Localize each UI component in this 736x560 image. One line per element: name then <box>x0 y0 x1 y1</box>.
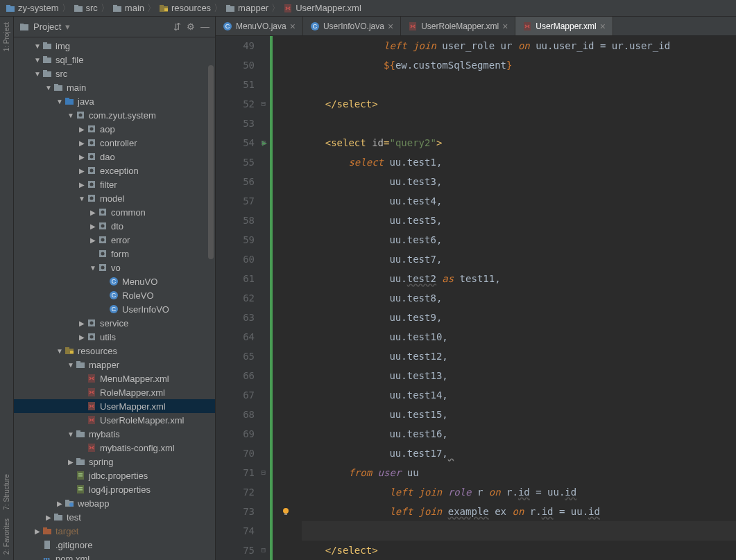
breadcrumb-item[interactable]: mapper <box>225 3 268 13</box>
tree-row[interactable]: ▶error <box>14 233 215 247</box>
tree-row[interactable]: MenuMapper.xml <box>14 371 215 385</box>
tree-row[interactable]: jdbc.properties <box>14 469 215 482</box>
line-number[interactable]: 65 <box>216 347 255 366</box>
tree-row[interactable]: ▼model <box>14 191 215 205</box>
tree-row[interactable]: ▼sql_file <box>14 53 215 67</box>
chevron-right-icon[interactable]: ▶ <box>78 125 86 133</box>
tool-button-favorites[interactable]: 2: Favorites <box>3 518 10 554</box>
chevron-down-icon[interactable]: ▼ <box>67 430 75 438</box>
tree-row[interactable]: ▼img <box>14 39 215 53</box>
fold-icon[interactable]: ⊟ <box>261 541 266 560</box>
chevron-right-icon[interactable]: ▶ <box>78 320 86 327</box>
tree-row[interactable]: ▼resources <box>14 344 215 358</box>
tree-row[interactable]: ▶common <box>14 205 215 219</box>
tree-row[interactable]: UserMapper.xml <box>14 399 215 413</box>
chevron-down-icon[interactable]: ▼ <box>44 84 53 91</box>
chevron-down-icon[interactable]: ▼ <box>89 264 97 272</box>
code-line[interactable]: uu.test4, <box>302 191 736 211</box>
code-line[interactable]: uu.test8, <box>302 288 736 308</box>
close-icon[interactable]: × <box>290 21 296 32</box>
tree-row[interactable]: CUserInfoVO <box>14 302 215 316</box>
line-number[interactable]: 57 <box>216 191 255 211</box>
line-number[interactable]: 56 <box>216 172 255 191</box>
code-line[interactable]: <select id="query2"> <box>302 133 736 152</box>
line-number[interactable]: 69 <box>216 424 255 444</box>
tree-row[interactable]: CMenuVO <box>14 274 215 288</box>
code-line[interactable]: select uu.test1, <box>302 152 736 172</box>
line-number[interactable]: 66 <box>216 366 255 385</box>
close-icon[interactable]: × <box>502 21 508 32</box>
chevron-right-icon[interactable]: ▶ <box>78 139 86 147</box>
code-line[interactable]: uu.test10, <box>302 327 736 347</box>
code-line[interactable]: </select> <box>302 94 736 114</box>
tree-row[interactable]: log4j.properties <box>14 482 215 496</box>
fold-icon[interactable]: ⊟ <box>261 133 266 152</box>
line-number[interactable]: 72 <box>216 482 255 502</box>
line-number[interactable]: 71⊟ <box>216 463 255 482</box>
scrollbar-thumb[interactable] <box>208 65 214 259</box>
breadcrumb-item[interactable]: src <box>74 3 98 13</box>
code-line[interactable]: left join example ex on r.id = uu.id <box>302 502 736 521</box>
line-number[interactable]: 61 <box>216 269 255 288</box>
tree-row[interactable]: ▶dao <box>14 150 215 164</box>
gear-icon[interactable]: ⚙ <box>187 21 195 32</box>
code-line[interactable] <box>302 114 736 133</box>
tree-row[interactable]: ▶exception <box>14 164 215 177</box>
fold-icon[interactable]: ⊟ <box>261 94 266 114</box>
line-number[interactable]: 64 <box>216 327 255 347</box>
chevron-right-icon[interactable]: ▶ <box>89 222 97 230</box>
hide-panel-icon[interactable]: — <box>200 21 209 32</box>
code-line[interactable]: uu.test16, <box>302 424 736 444</box>
line-number[interactable]: 49 <box>216 36 255 55</box>
line-number[interactable]: 68 <box>216 405 255 424</box>
gutter[interactable]: 49505152⊟5354▶⊟5556575859606162636465666… <box>216 36 270 560</box>
tree-row[interactable]: ▶filter <box>14 177 215 191</box>
code-area[interactable]: left join user_role ur on uu.user_id = u… <box>273 36 736 560</box>
line-number[interactable]: 50 <box>216 55 255 75</box>
chevron-right-icon[interactable]: ▶ <box>67 458 75 466</box>
line-number[interactable]: 53 <box>216 114 255 133</box>
code-line[interactable]: uu.test6, <box>302 230 736 250</box>
chevron-right-icon[interactable]: ▶ <box>78 333 86 341</box>
chevron-right-icon[interactable]: ▼ <box>33 56 42 64</box>
chevron-right-icon[interactable]: ▶ <box>55 500 64 507</box>
scrollbar-vertical[interactable] <box>207 37 215 560</box>
tree-row[interactable]: UserRoleMapper.xml <box>14 413 215 427</box>
tree-row[interactable]: ▶service <box>14 316 215 330</box>
code-line[interactable] <box>302 75 736 94</box>
chevron-down-icon[interactable]: ▼ <box>33 70 42 78</box>
project-tree[interactable]: ▼img▼sql_file▼src▼main▼java▼com.zyut.sys… <box>14 37 215 560</box>
tree-row[interactable]: ▼java <box>14 94 215 108</box>
breadcrumb-item[interactable]: UserMapper.xml <box>283 3 361 13</box>
chevron-down-icon[interactable]: ▼ <box>78 195 86 202</box>
breadcrumb-item[interactable]: main <box>112 3 144 13</box>
breadcrumb-item[interactable]: zy-system <box>6 3 59 13</box>
chevron-right-icon[interactable]: ▶ <box>89 236 97 244</box>
chevron-right-icon[interactable]: ▶ <box>44 514 53 521</box>
chevron-down-icon[interactable]: ▼ <box>67 112 75 119</box>
chevron-down-icon[interactable]: ▼ <box>55 347 64 355</box>
code-line[interactable]: uu.test13, <box>302 366 736 385</box>
code-line[interactable]: uu.test2 as test11, <box>302 269 736 288</box>
tree-row[interactable]: ▼src <box>14 67 215 80</box>
tree-row[interactable]: ▶target <box>14 524 215 538</box>
line-number[interactable]: 55 <box>216 152 255 172</box>
tree-row[interactable]: ▶dto <box>14 219 215 233</box>
line-number[interactable]: 74 <box>216 521 255 541</box>
chevron-right-icon[interactable]: ▶ <box>78 167 86 175</box>
tree-row[interactable]: ▶webapp <box>14 496 215 510</box>
close-icon[interactable]: × <box>388 21 393 32</box>
close-icon[interactable]: × <box>600 21 606 32</box>
tree-row[interactable]: ▶spring <box>14 455 215 469</box>
editor-tab[interactable]: CUserInfoVO.java× <box>303 17 401 35</box>
line-number[interactable]: 67 <box>216 385 255 405</box>
code-line[interactable] <box>302 521 736 541</box>
tree-row[interactable]: RoleMapper.xml <box>14 385 215 399</box>
chevron-right-icon[interactable]: ▶ <box>33 527 42 535</box>
code-line[interactable]: ${ew.customSqlSegment} <box>302 55 736 75</box>
tree-row[interactable]: .gitignore <box>14 538 215 552</box>
line-number[interactable]: 59 <box>216 230 255 250</box>
tree-row[interactable]: ▼mapper <box>14 358 215 371</box>
tool-button-structure[interactable]: 7: Structure <box>3 474 10 510</box>
tree-row[interactable]: ▶aop <box>14 122 215 136</box>
